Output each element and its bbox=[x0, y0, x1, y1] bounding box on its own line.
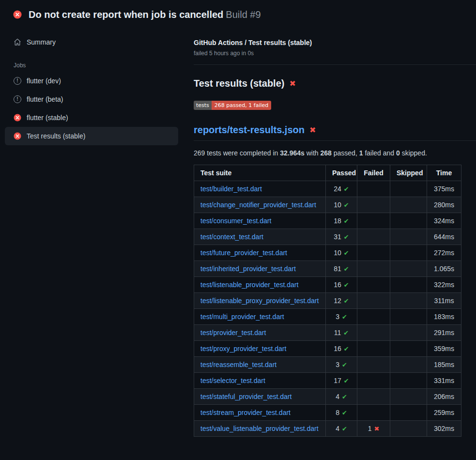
suite-link[interactable]: test/stream_provider_test.dart bbox=[200, 409, 291, 416]
failed-cell bbox=[357, 357, 390, 373]
run-meta: failed 5 hours ago in 0s bbox=[194, 50, 461, 57]
passed-cell: 3✔ bbox=[326, 309, 357, 325]
check-icon: ✔ bbox=[342, 425, 347, 432]
summary-mid1: with bbox=[305, 149, 321, 157]
tests-badge-label: tests bbox=[194, 101, 212, 110]
passed-cell: 8✔ bbox=[326, 405, 357, 421]
suite-link[interactable]: test/change_notifier_provider_test.dart bbox=[200, 201, 316, 209]
skipped-cell bbox=[390, 293, 427, 309]
time-cell-value: 644ms bbox=[434, 233, 454, 241]
passed-cell-value: 31 bbox=[334, 233, 341, 241]
suite-link[interactable]: test/value_listenable_provider_test.dart bbox=[200, 425, 319, 432]
time-cell: 324ms bbox=[427, 213, 461, 229]
suite-link[interactable]: test/future_provider_test.dart bbox=[200, 249, 287, 257]
passed-cell-value: 12 bbox=[334, 297, 341, 305]
failed-status-icon bbox=[13, 10, 22, 19]
skipped-cell bbox=[390, 213, 427, 229]
suite-link[interactable]: test/builder_test.dart bbox=[200, 185, 262, 193]
skipped-cell bbox=[390, 245, 427, 261]
time-cell-value: 291ms bbox=[434, 329, 454, 337]
results-table-head: Test suite Passed Failed Skipped Time bbox=[194, 165, 461, 181]
run-title-line: Do not create report when job is cancell… bbox=[29, 9, 261, 20]
passed-cell: 12✔ bbox=[326, 293, 357, 309]
failed-cell bbox=[357, 341, 390, 357]
time-cell: 359ms bbox=[427, 341, 461, 357]
passed-cell-value: 11 bbox=[334, 329, 341, 337]
time-cell-value: 375ms bbox=[434, 185, 454, 193]
summary-mid2: passed, bbox=[332, 149, 359, 157]
suite-link[interactable]: test/listenable_provider_test.dart bbox=[200, 281, 298, 289]
table-row: test/multi_provider_test.dart3✔183ms bbox=[194, 309, 461, 325]
check-icon: ✔ bbox=[344, 281, 349, 289]
table-row: test/reassemble_test.dart3✔185ms bbox=[194, 357, 461, 373]
sidebar-item-flutter-stable[interactable]: flutter (stable) bbox=[5, 108, 178, 127]
time-cell: 185ms bbox=[427, 357, 461, 373]
check-icon: ✔ bbox=[344, 265, 349, 273]
skipped-cell bbox=[390, 229, 427, 245]
time-cell-value: 302ms bbox=[434, 425, 454, 432]
time-cell: 206ms bbox=[427, 389, 461, 405]
suite-cell: test/multi_provider_test.dart bbox=[194, 309, 326, 325]
breadcrumb: GitHub Actions / Test results (stable) bbox=[194, 39, 461, 46]
workflow-run-page: Do not create report when job is cancell… bbox=[0, 0, 476, 437]
summary-prefix: 269 tests were completed in bbox=[194, 149, 280, 157]
suite-link[interactable]: test/reassemble_test.dart bbox=[200, 361, 276, 368]
suite-link[interactable]: test/inherited_provider_test.dart bbox=[200, 265, 296, 273]
time-cell: 259ms bbox=[427, 405, 461, 421]
failed-cell bbox=[357, 405, 390, 421]
failed-cell bbox=[357, 389, 390, 405]
suite-link[interactable]: test/multi_provider_test.dart bbox=[200, 313, 284, 321]
suite-cell: test/reassemble_test.dart bbox=[194, 357, 326, 373]
job-label: flutter (stable) bbox=[27, 114, 68, 122]
suite-link[interactable]: test/provider_test.dart bbox=[200, 329, 266, 337]
skipped-cell bbox=[390, 261, 427, 277]
check-icon: ✔ bbox=[344, 217, 349, 225]
job-label: flutter (dev) bbox=[27, 77, 61, 85]
col-header-passed: Passed bbox=[326, 165, 357, 181]
suite-link[interactable]: test/context_test.dart bbox=[200, 233, 263, 241]
table-row: test/builder_test.dart24✔375ms bbox=[194, 181, 461, 197]
sidebar-item-flutter-beta[interactable]: ! flutter (beta) bbox=[5, 90, 178, 108]
summary-line: 269 tests were completed in 32.964s with… bbox=[194, 149, 461, 157]
suite-link[interactable]: test/stateful_provider_test.dart bbox=[200, 393, 292, 400]
skipped-cell bbox=[390, 341, 427, 357]
table-row: test/listenable_proxy_provider_test.dart… bbox=[194, 293, 461, 309]
passed-cell: 3✔ bbox=[326, 357, 357, 373]
table-row: test/proxy_provider_test.dart16✔359ms bbox=[194, 341, 461, 357]
skipped-cell bbox=[390, 197, 427, 213]
skipped-cell bbox=[390, 373, 427, 389]
suite-link[interactable]: test/selector_test.dart bbox=[200, 377, 265, 384]
failed-cell bbox=[357, 277, 390, 293]
col-header-time: Time bbox=[427, 165, 461, 181]
summary-passed-count: 268 bbox=[321, 149, 332, 157]
passed-cell-value: 4 bbox=[336, 393, 339, 400]
suite-cell: test/provider_test.dart bbox=[194, 325, 326, 341]
passed-cell-value: 10 bbox=[334, 249, 341, 257]
passed-cell: 10✔ bbox=[326, 197, 357, 213]
failed-cell bbox=[357, 181, 390, 197]
report-link[interactable]: reports/test-results.json bbox=[194, 124, 305, 136]
suite-cell: test/consumer_test.dart bbox=[194, 213, 326, 229]
home-icon bbox=[14, 38, 21, 46]
passed-cell: 17✔ bbox=[326, 373, 357, 389]
sidebar-item-test-results-stable[interactable]: Test results (stable) bbox=[5, 127, 178, 145]
time-cell: 375ms bbox=[427, 181, 461, 197]
sidebar-item-summary[interactable]: Summary bbox=[5, 34, 178, 50]
failed-cell bbox=[357, 293, 390, 309]
suite-cell: test/change_notifier_provider_test.dart bbox=[194, 197, 326, 213]
table-row: test/value_listenable_provider_test.dart… bbox=[194, 421, 461, 437]
time-cell-value: 272ms bbox=[434, 249, 454, 257]
failed-cell bbox=[357, 197, 390, 213]
suite-cell: test/inherited_provider_test.dart bbox=[194, 261, 326, 277]
sidebar-item-flutter-dev[interactable]: ! flutter (dev) bbox=[5, 72, 178, 90]
table-row: test/selector_test.dart17✔331ms bbox=[194, 373, 461, 389]
jobs-list: ! flutter (dev) ! flutter (beta) flutter… bbox=[5, 72, 178, 145]
suite-link[interactable]: test/consumer_test.dart bbox=[200, 217, 271, 225]
suite-link[interactable]: test/proxy_provider_test.dart bbox=[200, 345, 286, 353]
suite-link[interactable]: test/listenable_proxy_provider_test.dart bbox=[200, 297, 319, 305]
suite-cell: test/selector_test.dart bbox=[194, 373, 326, 389]
table-row: test/consumer_test.dart18✔324ms bbox=[194, 213, 461, 229]
job-label: flutter (beta) bbox=[27, 95, 63, 103]
check-icon: ✔ bbox=[342, 361, 347, 368]
skipped-cell bbox=[390, 357, 427, 373]
